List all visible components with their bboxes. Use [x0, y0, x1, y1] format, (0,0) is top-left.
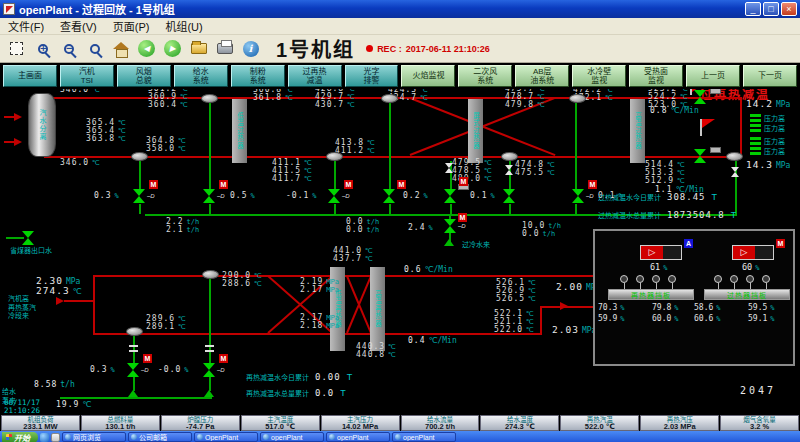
spray-valve-5[interactable]	[444, 189, 456, 203]
open-button[interactable]	[186, 37, 211, 61]
status-tile[interactable]: 烟气含氧量3.2 %	[720, 415, 799, 431]
tab-feedwater[interactable]: 给水 系统	[174, 65, 228, 87]
actuator-circle-icon	[620, 275, 628, 283]
status-tile[interactable]: 给水温度274.3 ℃	[480, 415, 559, 431]
inlet-arrow-icon	[56, 297, 64, 305]
forward-button[interactable]	[160, 37, 185, 61]
valve-tag	[710, 147, 721, 153]
zoom-button[interactable]	[82, 37, 107, 61]
rh-spray-valve-1[interactable]	[127, 363, 139, 377]
info-button[interactable]: i	[238, 37, 263, 61]
start-button[interactable]: 开始	[2, 432, 38, 442]
menu-file[interactable]: 文件(F)	[0, 17, 52, 35]
tab-waterwall[interactable]: 水冷壁 监视	[572, 65, 626, 87]
tab-air-flue[interactable]: 风烟 总貌	[117, 65, 171, 87]
spray-valve-4[interactable]	[383, 189, 395, 203]
tab-heating-surface[interactable]: 受热面 监视	[629, 65, 683, 87]
status-tile[interactable]: 再热汽温522.0 ℃	[560, 415, 639, 431]
feed-temp: 19.9℃	[56, 400, 91, 409]
separator-bottom-temp: 346.0℃	[60, 159, 100, 167]
rec-time: 2017-06-11 21:10:26	[406, 44, 490, 54]
pressure-group: 2.19MPa 2.17MPa	[300, 278, 339, 294]
menu-unit[interactable]: 机组(U)	[157, 17, 210, 35]
spray-valve-2[interactable]	[203, 189, 215, 203]
rec-dot-icon	[366, 45, 373, 52]
separator-top-temp: 346.0℃	[60, 89, 100, 94]
damper-gauge-right[interactable]: ▷	[732, 245, 774, 260]
alarm-pressure-high: 压力高	[750, 123, 785, 133]
damper-bar-right[interactable]: 过热器挡板	[704, 289, 790, 300]
tab-alarm-panel[interactable]: 光字 排警	[345, 65, 399, 87]
valve-position: 0.3%	[94, 191, 119, 200]
economizer-valve[interactable]	[22, 231, 34, 245]
tab-main[interactable]: 主画面	[3, 65, 57, 87]
sh-pressure-1: 14.2MPa	[746, 98, 790, 109]
tab-prev-page[interactable]: 上一页	[686, 65, 740, 87]
tab-turbine-tsi[interactable]: 汽机 TSI	[60, 65, 114, 87]
menu-page[interactable]: 页面(P)	[105, 17, 158, 35]
status-tile[interactable]: 给水流量700.2 t/h	[401, 415, 480, 431]
home-button[interactable]	[108, 37, 133, 61]
status-tile[interactable]: 总燃料量130.1 t/h	[81, 415, 160, 431]
temp-group: 413.8℃ 411.2℃	[335, 139, 375, 155]
menu-view[interactable]: 查看(V)	[52, 17, 105, 35]
print-button[interactable]	[212, 37, 237, 61]
status-tile[interactable]: 机组负荷233.1 MW	[1, 415, 80, 431]
rh-pressure-bot: 2.03MPa	[552, 324, 596, 335]
superheater-block: 低温过热器	[232, 99, 247, 163]
maximize-button[interactable]: □	[763, 2, 779, 16]
status-tile[interactable]: 主汽压力14.02 MPa	[321, 415, 400, 431]
alarm-bar-icon	[750, 137, 761, 145]
taskbar-item[interactable]: openPlant	[260, 432, 324, 442]
zoom-out-button[interactable]	[56, 37, 81, 61]
temp-group: 441.0℃ 437.7℃	[333, 247, 373, 263]
rh-spray-valve-2[interactable]	[203, 363, 215, 377]
motor-badge: M	[149, 180, 158, 189]
damper-bar-left[interactable]: 再热器挡板	[608, 289, 694, 300]
taskbar-item[interactable]: 公司邮箱	[128, 432, 192, 442]
manual-valve[interactable]	[731, 167, 739, 177]
taskbar-item[interactable]: OpenPlant	[194, 432, 258, 442]
spray-valve-3[interactable]	[328, 189, 340, 203]
tab-next-page[interactable]: 下一页	[743, 65, 797, 87]
taskbar-item[interactable]: 网页浏览	[62, 432, 126, 442]
select-button[interactable]	[4, 37, 29, 61]
tab-flame-monitor[interactable]: 火焰监视	[401, 65, 455, 87]
motor-badge: M	[459, 177, 468, 186]
rh-spray-total-today: 再热减温水今日累计0.00T	[246, 372, 352, 382]
status-tile[interactable]: 再热汽压2.03 MPa	[640, 415, 719, 431]
taskbar-item[interactable]: openPlant	[326, 432, 390, 442]
tab-desuperheat[interactable]: 过再热 减温	[288, 65, 342, 87]
tab-ab-oil[interactable]: AB层 油系统	[515, 65, 569, 87]
quick-launch-browser-icon[interactable]	[40, 433, 49, 442]
actuator-icon	[147, 193, 155, 200]
spray-valve-1[interactable]	[133, 189, 145, 203]
info-icon: i	[243, 41, 259, 57]
damper-gauge-left[interactable]: ▷	[640, 245, 682, 260]
manual-valve[interactable]	[445, 163, 453, 173]
zoom-in-button[interactable]	[30, 37, 55, 61]
quick-launch-app-icon[interactable]	[51, 433, 60, 442]
spray-valve-8[interactable]	[444, 219, 456, 233]
actuator-circle-icon	[746, 275, 754, 283]
source-arrow-icon	[204, 390, 214, 397]
rh-spray-total-cumulative: 再热减温水总量累计0.0T	[246, 388, 346, 398]
damper-position: 60%	[742, 262, 759, 272]
close-button[interactable]: ×	[781, 2, 797, 16]
pipe-valve[interactable]	[694, 149, 706, 163]
pipe-valve[interactable]	[694, 90, 706, 104]
minimize-button[interactable]: _	[745, 2, 761, 16]
rh-spray-header	[60, 397, 212, 399]
tab-secondary-air[interactable]: 二次风 系统	[458, 65, 512, 87]
motor-badge: M	[219, 354, 228, 363]
manual-valve[interactable]	[505, 165, 513, 175]
temp-group: 440.3℃ 440.8℃	[356, 343, 396, 359]
status-tile[interactable]: 炉膛压力-74.7 Pa	[161, 415, 240, 431]
steam-water-separator[interactable]: 汽水分离	[28, 93, 56, 157]
spray-valve-7[interactable]	[572, 189, 584, 203]
tab-pulverizing[interactable]: 制粉 系统	[231, 65, 285, 87]
spray-valve-6[interactable]	[503, 189, 515, 203]
status-tile[interactable]: 主汽温度517.0 ℃	[241, 415, 320, 431]
taskbar-item[interactable]: openPlant	[392, 432, 456, 442]
back-button[interactable]	[134, 37, 159, 61]
